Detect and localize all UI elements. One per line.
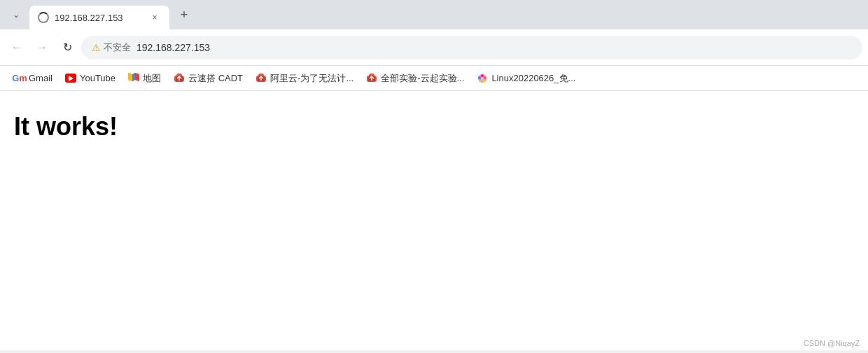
tab-close-button[interactable]: × [148,11,161,24]
allexp-icon [366,73,377,84]
bookmark-linux[interactable]: Linux20220626_免... [471,69,581,88]
new-tab-button[interactable]: + [172,3,196,27]
youtube-play-triangle [69,76,74,81]
bookmark-youtube[interactable]: YouTube [59,70,121,87]
bookmark-aliyun[interactable]: 阿里云-为了无法计... [250,69,359,88]
svg-point-19 [483,80,486,83]
svg-point-18 [484,76,486,79]
svg-marker-2 [128,73,132,81]
maps-icon-svg [128,73,139,84]
forward-icon: → [36,41,48,54]
cadt-icon [174,73,185,84]
bookmark-maps[interactable]: 地图 [122,69,167,88]
back-button[interactable]: ← [6,36,28,59]
bookmark-allexp-label: 全部实验-云起实验... [381,72,464,85]
security-icon: ⚠ [92,42,101,53]
cadt-icon-svg [174,73,185,84]
tab-bar: ⌄ 192.168.227.153 × + [0,0,868,29]
nav-bar: ← → ↻ ⚠ 不安全 192.168.227.153 [0,29,868,66]
reload-icon: ↻ [63,41,72,54]
bookmark-allexp[interactable]: 全部实验-云起实验... [360,69,470,88]
bookmark-gmail-label: Gmail [29,73,52,83]
active-tab[interactable]: 192.168.227.153 × [29,6,169,29]
address-bar[interactable]: ⚠ 不安全 192.168.227.153 [81,36,862,60]
forward-button[interactable]: → [31,36,53,59]
bookmark-aliyun-label: 阿里云-为了无法计... [270,72,354,85]
youtube-icon [65,73,76,84]
address-text: 192.168.227.153 [136,42,210,53]
linux-icon-svg [477,73,488,84]
tab-dropdown-icon: ⌄ [13,10,20,20]
linux-icon [477,73,488,84]
bookmark-youtube-label: YouTube [80,73,115,83]
maps-icon [128,73,139,84]
bookmark-cadt[interactable]: 云速搭 CADT [168,69,248,88]
back-icon: ← [11,41,22,54]
watermark: CSDN @NiqayZ [804,339,860,347]
aliyun-icon-svg [255,73,267,84]
page-heading: It works! [14,112,854,141]
svg-point-21 [478,76,481,79]
gmail-icon: Gm [14,73,25,84]
youtube-icon-shape [65,74,76,83]
bookmark-linux-label: Linux20220626_免... [491,72,575,85]
svg-marker-1 [132,73,135,81]
allexp-icon-svg [366,73,377,84]
security-warning: ⚠ 不安全 [92,41,131,54]
aliyun-icon [255,73,267,84]
tab-title: 192.168.227.153 [55,13,143,23]
page-content: It works! [0,91,868,350]
security-text: 不安全 [104,41,131,54]
tab-dropdown-button[interactable]: ⌄ [6,4,27,25]
svg-point-22 [482,77,484,79]
reload-button[interactable]: ↻ [56,36,78,59]
bookmark-cadt-label: 云速搭 CADT [188,72,243,85]
bookmarks-bar: Gm Gmail YouTube 地图 [0,66,868,91]
svg-point-17 [481,74,484,77]
bookmark-maps-label: 地图 [143,72,161,85]
bookmark-gmail[interactable]: Gm Gmail [8,70,58,87]
svg-point-20 [479,80,482,83]
svg-marker-3 [135,73,139,81]
tab-favicon [38,12,49,23]
